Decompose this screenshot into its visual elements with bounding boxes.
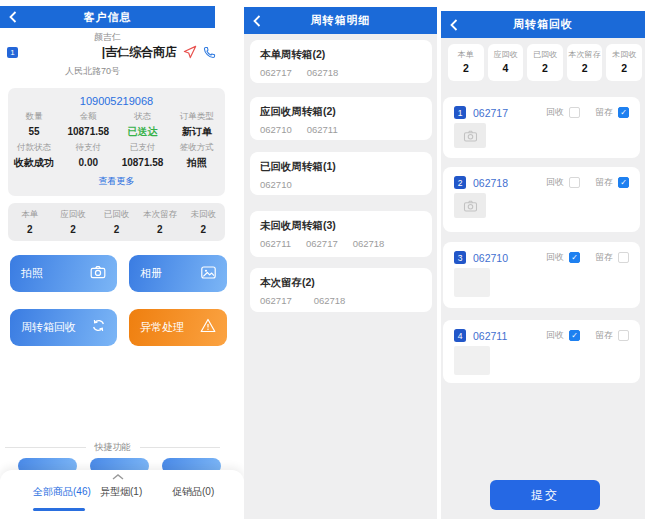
back-icon[interactable] <box>9 11 17 23</box>
box-codes: 062711 062717 062718 <box>250 233 432 249</box>
stat-card: 已回收2 <box>527 44 563 81</box>
stat-label: 应回收 <box>488 49 524 60</box>
store-address: 人民北路70号 <box>65 65 120 78</box>
order-type: 新订单 <box>169 124 225 140</box>
stat-label: 本单 <box>448 49 484 60</box>
box-code: 062711 <box>473 330 507 342</box>
box-code: 062710 <box>260 124 292 135</box>
col-header: 付款状态 <box>8 140 60 155</box>
status-strip <box>441 0 645 11</box>
keep-checkbox[interactable] <box>618 330 629 341</box>
item-index-badge: 1 <box>454 106 466 119</box>
box-code: 062711 <box>307 124 338 135</box>
stat-label: 已回收 <box>527 49 563 60</box>
recycle-label: 回收 <box>546 329 564 342</box>
view-more-link[interactable]: 查看更多 <box>8 171 225 188</box>
keep-checkbox[interactable] <box>618 177 629 188</box>
recycle-checkbox[interactable] <box>569 330 580 341</box>
box-codes: 062710 <box>250 174 432 190</box>
keep-checkbox[interactable] <box>618 252 629 263</box>
keep-label: 留存 <box>595 251 613 264</box>
box-detail-card: 本单周转箱(2) 062717 062718 <box>250 40 432 83</box>
sign-method: 拍照 <box>169 155 225 171</box>
photo-placeholder[interactable] <box>454 268 490 297</box>
box-detail-card: 已回收周转箱(1) 062710 <box>250 152 432 195</box>
stat-label: 本单 <box>8 209 51 221</box>
photo-placeholder[interactable] <box>454 193 486 218</box>
stat-card: 本次留存2 <box>567 44 603 81</box>
recycle-label: 回收 <box>546 176 564 189</box>
box-codes: 062717 062718 <box>250 290 432 306</box>
back-icon[interactable] <box>253 15 261 27</box>
order-number: 109005219068 <box>8 88 225 107</box>
card-title: 本次留存(2) <box>250 268 432 290</box>
item-index-badge: 3 <box>454 251 466 264</box>
col-header: 待支付 <box>60 140 116 155</box>
recycle-stats-row: 本单2 应回收4 已回收2 本次留存2 未回收2 <box>448 44 642 81</box>
take-photo-button[interactable]: 拍照 <box>10 255 117 292</box>
camera-icon <box>90 265 106 283</box>
box-codes: 062717 062718 <box>250 62 432 78</box>
order-summary-card: 109005219068 数量 金额 状态 订单类型 55 10871.58 已… <box>8 88 225 196</box>
stat-value: 2 <box>138 224 181 235</box>
stat-value: 2 <box>606 62 642 74</box>
stat-card: 本单2 <box>448 44 484 81</box>
recycle-checkbox[interactable] <box>569 252 580 263</box>
page-title: 周转箱回收 <box>513 17 573 32</box>
tab-all-products[interactable]: 全部商品(46) <box>33 485 91 499</box>
box-code: 062718 <box>353 238 385 249</box>
button-label: 周转箱回收 <box>21 320 91 335</box>
warning-icon <box>200 318 216 337</box>
card-title: 已回收周转箱(1) <box>250 152 432 174</box>
stat-label: 未回收 <box>606 49 642 60</box>
stat-label: 应回收 <box>51 209 94 221</box>
box-code: 062718 <box>314 295 346 306</box>
box-code: 062710 <box>260 179 292 190</box>
exception-button[interactable]: 异常处理 <box>129 309 227 346</box>
panel-customer-info: 客户信息 颜吉仁 1 |吉仁综合商店 人民北路70号 109005219068 … <box>0 0 244 519</box>
col-header: 签收方式 <box>169 140 225 155</box>
card-title: 未回收周转箱(3) <box>250 211 432 233</box>
back-icon[interactable] <box>450 19 458 31</box>
chevron-up-icon[interactable] <box>112 474 124 480</box>
navigate-icon[interactable] <box>183 45 197 59</box>
box-codes: 062710 062711 <box>250 119 432 135</box>
photo-placeholder[interactable] <box>454 123 486 148</box>
stat-label: 本次留存 <box>567 49 603 60</box>
customer-info-header: 客户信息 <box>0 6 215 28</box>
photo-placeholder[interactable] <box>454 346 490 375</box>
products-bottom-sheet: 全部商品(46) 异型烟(1) 促销品(0) <box>0 470 244 519</box>
box-item-card: 4 062711 回收 留存 <box>443 320 640 383</box>
app-screenshot: 客户信息 颜吉仁 1 |吉仁综合商店 人民北路70号 109005219068 … <box>0 0 645 519</box>
box-recycle-button[interactable]: 周转箱回收 <box>10 309 117 346</box>
col-header: 订单类型 <box>169 109 225 124</box>
tab-special-cigarettes[interactable]: 异型烟(1) <box>100 485 142 499</box>
divider-label: 快捷功能 <box>95 441 131 454</box>
box-code: 062717 <box>260 295 292 306</box>
button-label: 异常处理 <box>140 320 200 335</box>
box-code: 062718 <box>307 67 339 78</box>
album-button[interactable]: 相册 <box>129 255 227 292</box>
keep-label: 留存 <box>595 106 613 119</box>
stat-value: 2 <box>527 62 563 74</box>
amount-unpaid: 0.00 <box>60 155 116 171</box>
recycle-checkbox[interactable] <box>569 107 580 118</box>
recycle-label: 回收 <box>546 106 564 119</box>
phone-icon[interactable] <box>203 46 216 59</box>
stat-value: 2 <box>51 224 94 235</box>
tab-promo-items[interactable]: 促销品(0) <box>172 485 214 499</box>
active-tab-underline <box>33 508 85 511</box>
keep-label: 留存 <box>595 176 613 189</box>
store-row: 1 |吉仁综合商店 <box>0 44 216 60</box>
store-name: |吉仁综合商店 <box>102 44 177 61</box>
recycle-checkbox[interactable] <box>569 177 580 188</box>
submit-button[interactable]: 提交 <box>490 480 600 510</box>
box-detail-card: 未回收周转箱(3) 062711 062717 062718 <box>250 211 432 257</box>
store-index-badge: 1 <box>7 47 18 58</box>
quick-functions-divider: 快捷功能 <box>5 441 220 454</box>
card-title: 本单周转箱(2) <box>250 40 432 62</box>
keep-checkbox[interactable] <box>618 107 629 118</box>
col-header: 已支付 <box>116 140 168 155</box>
box-code: 062717 <box>473 107 508 119</box>
divider-line <box>140 447 221 448</box>
